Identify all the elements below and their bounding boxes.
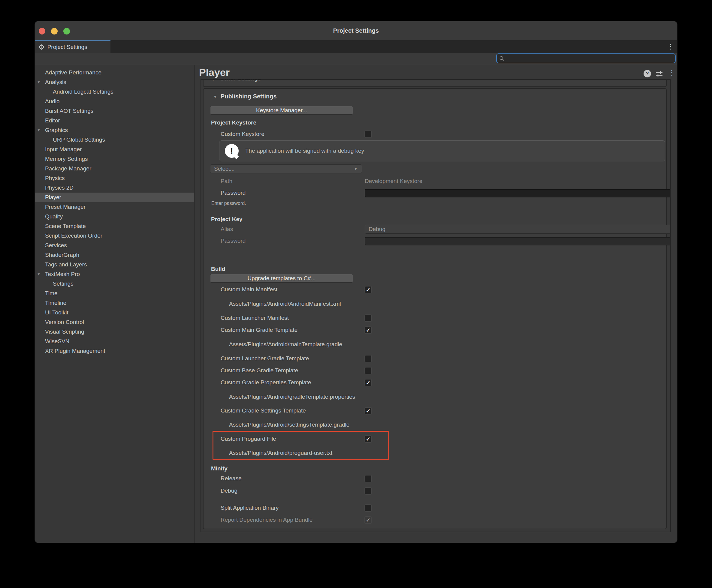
info-message: The application will be signed with a de…: [245, 148, 364, 154]
sidebar-item-burst-aot-settings[interactable]: Burst AOT Settings: [35, 106, 194, 116]
alias-label: Alias: [221, 225, 233, 234]
check-icon: ✓: [366, 287, 370, 293]
settings-template-path: Assets/Plugins/Android/settingsTemplate.…: [229, 420, 349, 429]
sidebar-item-script-execution-order[interactable]: Script Execution Order: [35, 231, 194, 240]
key-password-label: Password: [221, 236, 246, 246]
project-settings-window: Project Settings ⚙ Project Settings ⋮ Ad…: [35, 21, 677, 543]
custom-keystore-checkbox[interactable]: ✓: [364, 130, 372, 138]
tab-menu-kebab-icon[interactable]: ⋮: [667, 43, 674, 50]
check-icon: ✓: [366, 518, 370, 523]
debug-key-info-box: ! The application will be signed with a …: [219, 141, 665, 162]
report-dependencies-label: Report Dependencies in App Bundle: [221, 516, 312, 524]
page-title: Player: [199, 67, 230, 78]
sidebar-item-package-manager[interactable]: Package Manager: [35, 164, 194, 173]
check-icon: ✓: [366, 328, 370, 333]
titlebar: Project Settings: [35, 21, 677, 40]
key-password-input[interactable]: [365, 237, 671, 246]
split-application-binary-label: Split Application Binary: [221, 503, 279, 512]
sidebar-item-textmesh-pro[interactable]: ▼TextMesh Pro: [35, 269, 194, 279]
gear-icon: ⚙: [38, 44, 45, 51]
sidebar-item-timeline[interactable]: Timeline: [35, 298, 194, 308]
sidebar-item-graphics[interactable]: ▼Graphics: [35, 125, 194, 135]
minify-debug-checkbox[interactable]: ✓: [364, 487, 372, 495]
publishing-settings-foldout[interactable]: ▼ Publishing Settings: [213, 93, 277, 100]
enter-password-helper: Enter password.: [211, 200, 246, 207]
search-input[interactable]: [506, 55, 669, 62]
window-title: Project Settings: [35, 21, 677, 40]
sidebar-item-services[interactable]: Services: [35, 240, 194, 250]
sidebar-item-physics-2d[interactable]: Physics 2D: [35, 183, 194, 193]
main-gradle-path: Assets/Plugins/Android/mainTemplate.grad…: [229, 340, 342, 349]
sidebar-item-xr-plugin-management[interactable]: XR Plugin Management: [35, 346, 194, 356]
keystore-password-input[interactable]: [365, 189, 671, 197]
sidebar-item-wisesvn[interactable]: WiseSVN: [35, 337, 194, 346]
other-settings-foldout[interactable]: ▶ Other Settings: [213, 79, 261, 82]
sidebar-item-analysis[interactable]: ▼Analysis: [35, 78, 194, 87]
sidebar-item-editor[interactable]: Editor: [35, 116, 194, 125]
alias-dropdown[interactable]: Debug ▼: [365, 225, 671, 234]
keystore-password-label: Password: [221, 188, 246, 197]
tab-project-settings[interactable]: ⚙ Project Settings: [35, 40, 110, 53]
sidebar-item-adaptive-performance[interactable]: Adaptive Performance: [35, 68, 194, 78]
minify-row-label: Release: [221, 474, 242, 483]
sidebar-item-visual-scripting[interactable]: Visual Scripting: [35, 327, 194, 337]
report-dependencies-checkbox: ✓: [364, 516, 372, 524]
sidebar-item-android-logcat-settings[interactable]: Android Logcat Settings: [35, 87, 194, 97]
manifest-path: Assets/Plugins/Android/AndroidManifest.x…: [229, 299, 341, 309]
sidebar-item-shadergraph[interactable]: ShaderGraph: [35, 250, 194, 260]
sidebar-item-ui-toolkit[interactable]: UI Toolkit: [35, 308, 194, 317]
sidebar-item-preset-manager[interactable]: Preset Manager: [35, 202, 194, 212]
sidebar-item-version-control[interactable]: Version Control: [35, 317, 194, 327]
custom-proguard-file-checkbox[interactable]: ✓: [364, 435, 372, 443]
build-row-label: Custom Gradle Settings Template: [221, 406, 306, 415]
sidebar-item-input-manager[interactable]: Input Manager: [35, 145, 194, 154]
foldout-open-icon[interactable]: ▼: [37, 272, 41, 276]
sidebar-item-physics[interactable]: Physics: [35, 173, 194, 183]
player-settings-panel: Player ? ⋮ ▶ Other Settings: [195, 65, 677, 543]
sidebar-item-tags-and-layers[interactable]: Tags and Layers: [35, 260, 194, 269]
split-application-binary-checkbox[interactable]: ✓: [364, 504, 372, 512]
sidebar-item-audio[interactable]: Audio: [35, 97, 194, 106]
build-row-label: Custom Base Gradle Template: [221, 366, 298, 375]
custom-base-gradle-checkbox[interactable]: ✓: [364, 367, 372, 374]
keystore-manager-button[interactable]: Keystore Manager...: [210, 106, 353, 114]
custom-launcher-manifest-checkbox[interactable]: ✓: [364, 314, 372, 322]
sidebar-item-urp-global-settings[interactable]: URP Global Settings: [35, 135, 194, 145]
keystore-path-value: Development Keystore: [365, 177, 422, 186]
panel-menu-kebab-icon[interactable]: ⋮: [668, 69, 675, 76]
custom-gradle-settings-checkbox[interactable]: ✓: [364, 407, 372, 415]
foldout-open-icon[interactable]: ▼: [37, 80, 41, 84]
build-row-label: Custom Main Manifest: [221, 285, 277, 294]
settings-sidebar: Adaptive Performance ▼Analysis Android L…: [35, 65, 194, 543]
foldout-open-icon[interactable]: ▼: [37, 128, 41, 132]
custom-launcher-gradle-checkbox[interactable]: ✓: [364, 355, 372, 362]
search-field[interactable]: [496, 54, 676, 63]
tab-label: Project Settings: [47, 44, 87, 50]
minify-release-checkbox[interactable]: ✓: [364, 475, 372, 482]
publishing-settings-section: ▼ Publishing Settings Keystore Manager..…: [203, 88, 667, 529]
preset-sliders-icon[interactable]: [655, 69, 664, 78]
sidebar-item-quality[interactable]: Quality: [35, 212, 194, 222]
settings-scroll-view: ▶ Other Settings ▼ Publishing Settings K…: [201, 79, 671, 532]
custom-main-gradle-checkbox[interactable]: ✓: [364, 327, 372, 334]
help-icon[interactable]: ?: [644, 70, 651, 78]
custom-main-manifest-checkbox[interactable]: ✓: [364, 286, 372, 293]
sidebar-item-memory-settings[interactable]: Memory Settings: [35, 154, 194, 164]
build-row-label: Custom Gradle Properties Template: [221, 378, 311, 387]
sidebar-item-player[interactable]: Player: [35, 193, 194, 202]
search-icon: [499, 56, 505, 61]
sidebar-item-tmp-settings[interactable]: Settings: [35, 279, 194, 289]
minify-header: Minify: [211, 464, 227, 473]
project-keystore-header: Project Keystore: [211, 118, 256, 127]
keystore-select-dropdown[interactable]: Select... ▼: [210, 164, 362, 173]
proguard-path: Assets/Plugins/Android/proguard-user.txt: [229, 448, 332, 458]
foldout-closed-icon: ▶: [213, 79, 217, 81]
chevron-down-icon: ▼: [354, 167, 358, 171]
upgrade-templates-button[interactable]: Upgrade templates to C#...: [210, 274, 353, 282]
custom-gradle-properties-checkbox[interactable]: ✓: [364, 379, 372, 386]
sidebar-item-scene-template[interactable]: Scene Template: [35, 222, 194, 231]
build-row-label: Custom Proguard File: [221, 435, 276, 443]
sidebar-item-time[interactable]: Time: [35, 289, 194, 298]
keystore-path-label: Path: [221, 177, 232, 186]
warning-icon: !: [225, 144, 239, 158]
